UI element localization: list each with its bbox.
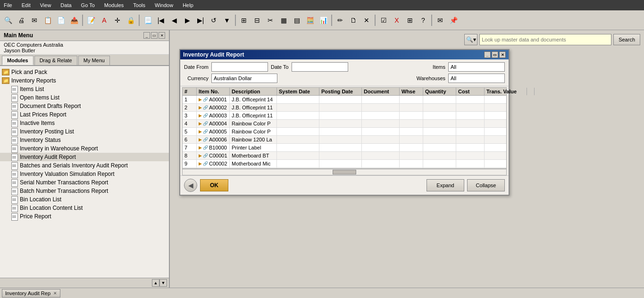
sidebar-item-inactive-items[interactable]: Inactive Items [0, 119, 169, 127]
table-row[interactable]: 10 ▶ 🔗 C00003 Quadcore CPU 3 [183, 168, 506, 169]
sidebar-item-doc-drafts[interactable]: Document Drafts Report [0, 102, 169, 110]
toolbar-edit2-btn[interactable]: ✏ [334, 14, 346, 26]
toolbar-paste-btn[interactable]: ⊟ [251, 14, 263, 26]
table-row[interactable]: 9 ▶ 🔗 C00002 Motherboard Mic [183, 160, 506, 168]
sidebar-item-bin-location[interactable]: Bin Location List [0, 195, 169, 204]
toolbar-chart-btn[interactable]: 📊 [317, 14, 329, 26]
table-row[interactable]: 1 ▶ 🔗 A00001 J.B. Officeprint 14 [183, 96, 506, 104]
ok-button[interactable]: OK [200, 179, 228, 191]
table-row[interactable]: 3 ▶ 🔗 A00003 J.B. Officeprint 11 [183, 112, 506, 120]
sidebar-item-inv-posting[interactable]: Inventory Posting List [0, 127, 169, 136]
sidebar-item-inv-valuation[interactable]: Inventory Valuation Simulation Report [0, 170, 169, 178]
sidebar-item-last-prices[interactable]: Last Prices Report [0, 110, 169, 119]
date-to-input[interactable] [292, 62, 348, 72]
col-sys-date: System Date [277, 88, 319, 95]
expand-button[interactable]: Expand [427, 179, 464, 191]
toolbar-copy-btn[interactable]: 📋 [42, 14, 54, 26]
taskbar-item-audit[interactable]: Inventory Audit Rep ✕ [2, 289, 60, 298]
menu-data[interactable]: Data [59, 1, 73, 9]
sidebar-restore-btn[interactable]: ▭ [151, 32, 158, 39]
sidebar-item-inv-warehouse[interactable]: Inventory in Warehouse Report [0, 144, 169, 153]
menu-edit[interactable]: Edit [20, 1, 33, 9]
toolbar-help-btn[interactable]: ? [417, 14, 429, 26]
toolbar-lock-btn[interactable]: 🔒 [125, 14, 137, 26]
toolbar-first-btn[interactable]: |◀ [155, 14, 167, 26]
menu-tools[interactable]: Tools [131, 1, 147, 9]
search-button[interactable]: Search [613, 34, 640, 45]
toolbar-add-btn[interactable]: 📝 [85, 14, 97, 26]
toolbar-calc-btn[interactable]: 🧮 [304, 14, 316, 26]
menu-goto[interactable]: Go To [79, 1, 97, 9]
cell-trans-val [485, 160, 507, 167]
sidebar-item-inv-audit[interactable]: Inventory Audit Report [0, 153, 169, 161]
toolbar-check-btn[interactable]: ☑ [377, 14, 390, 26]
tab-modules[interactable]: Modules [2, 56, 33, 65]
toolbar-note-btn[interactable]: 📌 [447, 14, 460, 26]
menu-modules[interactable]: Modules [102, 1, 126, 9]
toolbar-filter-btn[interactable]: ▼ [221, 14, 233, 26]
toolbar-copy2-btn[interactable]: ⊞ [238, 14, 250, 26]
toolbar-new-btn[interactable]: 🗋 [347, 14, 360, 26]
table-row[interactable]: 5 ▶ 🔗 A00005 Rainbow Color P [183, 128, 506, 136]
table-row[interactable]: 8 ▶ 🔗 C00001 Motherboard BT [183, 152, 506, 160]
toolbar-xl-btn[interactable]: X [391, 14, 403, 26]
currency-input[interactable] [211, 74, 277, 83]
sidebar-item-bin-content[interactable]: Bin Location Content List [0, 204, 169, 212]
sidebar-item-price-report[interactable]: Price Report [0, 212, 169, 221]
dialog-restore-btn[interactable]: ▭ [492, 51, 498, 58]
sidebar-item-batch-transactions[interactable]: Batch Number Transactions Report [0, 187, 169, 195]
toolbar-next-btn[interactable]: ▶ [181, 14, 193, 26]
toolbar-pdf-btn[interactable]: A [98, 14, 110, 26]
toolbar-export-btn[interactable]: 📤 [68, 14, 80, 26]
sidebar-item-inv-status[interactable]: Inventory Status [0, 136, 169, 144]
sidebar-item-items-list[interactable]: Items List [0, 85, 169, 93]
menu-view[interactable]: View [38, 1, 53, 9]
toolbar-zoom-btn[interactable]: 🔍 [2, 14, 14, 26]
sidebar-minimize-btn[interactable]: _ [143, 32, 150, 39]
sidebar-item-serial-transactions[interactable]: Serial Number Transactions Report [0, 178, 169, 187]
taskbar-close-icon[interactable]: ✕ [53, 291, 57, 296]
toolbar-arrow-btn[interactable]: ✛ [111, 14, 124, 26]
sidebar-scroll-up[interactable]: ▲ [152, 279, 159, 287]
sidebar-item-batches-serials[interactable]: Batches and Serials Inventory Audit Repo… [0, 161, 169, 170]
cell-post-date [319, 168, 362, 169]
collapse-button[interactable]: Collapse [467, 179, 505, 191]
toolbar-prev-btn[interactable]: ◀ [168, 14, 180, 26]
cell-trans-val [485, 104, 507, 111]
menu-help[interactable]: Help [181, 1, 195, 9]
warehouses-input[interactable] [448, 74, 505, 83]
toolbar-preview-btn[interactable]: 📄 [55, 14, 67, 26]
toolbar-print-btn[interactable]: 🖨 [15, 14, 27, 26]
menu-window[interactable]: Window [153, 1, 175, 9]
table-row[interactable]: 7 ▶ 🔗 B10000 Printer Label [183, 144, 506, 152]
toolbar-doc-btn[interactable]: 📃 [142, 14, 154, 26]
toolbar-refresh-btn[interactable]: ↺ [208, 14, 220, 26]
toolbar-row-btn[interactable]: ▤ [291, 14, 303, 26]
sidebar-item-open-items[interactable]: Open Items List [0, 93, 169, 102]
toolbar-cut-btn[interactable]: ✂ [264, 14, 276, 26]
toolbar-grid-btn[interactable]: ⊞ [404, 14, 416, 26]
toolbar-del-btn[interactable]: ✕ [360, 14, 373, 26]
search-input[interactable] [479, 34, 611, 45]
toolbar-last-btn[interactable]: ▶| [194, 14, 207, 26]
toolbar-col-btn[interactable]: ▦ [277, 14, 290, 26]
menu-file[interactable]: File [2, 1, 14, 9]
back-button[interactable]: ◀ [184, 179, 197, 192]
search-icon-btn[interactable]: 🔍▾ [464, 34, 477, 45]
date-from-input[interactable] [211, 62, 268, 72]
menu-folder-inventory-reports[interactable]: 📁 Inventory Reports [0, 76, 169, 85]
table-row[interactable]: 2 ▶ 🔗 A00002 J.B. Officeprint 11 [183, 104, 506, 112]
toolbar-msg-btn[interactable]: ✉ [434, 14, 446, 26]
dialog-close-btn[interactable]: ✕ [499, 51, 506, 58]
table-row[interactable]: 4 ▶ 🔗 A00004 Rainbow Color P [183, 120, 506, 128]
sidebar-close-btn[interactable]: ✕ [159, 32, 165, 39]
tab-drag-relate[interactable]: Drag & Relate [34, 56, 77, 65]
sidebar-scroll-down[interactable]: ▼ [159, 279, 167, 287]
tab-my-menu[interactable]: My Menu [78, 56, 110, 65]
menu-folder-pick-pack[interactable]: 📁 Pick and Pack [0, 68, 169, 76]
table-hscrollbar[interactable] [182, 169, 507, 175]
table-row[interactable]: 6 ▶ 🔗 A00006 Rainbow 1200 La [183, 136, 506, 144]
toolbar-email-btn[interactable]: ✉ [28, 14, 41, 26]
dialog-minimize-btn[interactable]: _ [484, 51, 491, 58]
items-input[interactable] [448, 62, 505, 72]
